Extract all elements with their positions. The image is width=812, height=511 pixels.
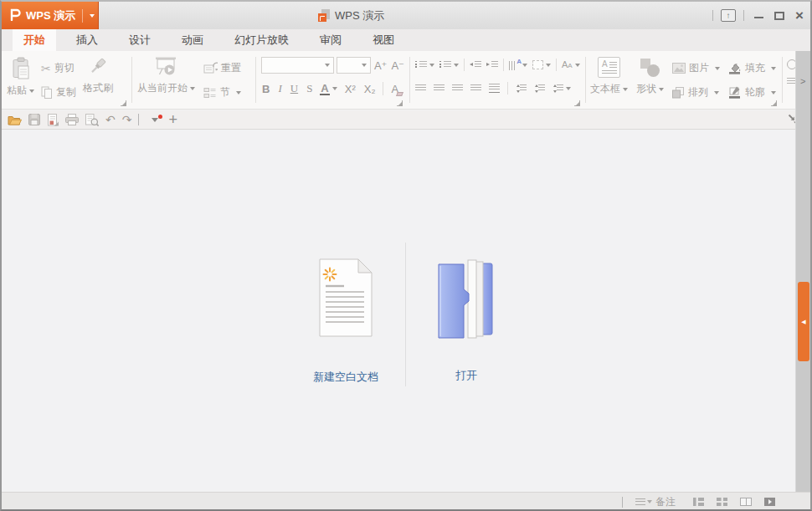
status-bar: 备注 (2, 492, 810, 511)
print-preview-button[interactable] (85, 114, 99, 126)
app-menu-divider (82, 9, 83, 23)
clipboard-dialog-launcher-icon[interactable] (121, 100, 126, 106)
maximize-button[interactable] (773, 9, 786, 22)
placeholder-button[interactable] (532, 60, 551, 69)
slideshow-view-button[interactable] (764, 498, 775, 506)
normal-view-button[interactable] (693, 498, 704, 506)
reading-view-button[interactable] (740, 498, 752, 506)
align-left-icon[interactable] (415, 84, 426, 93)
collapse-left-icon: ◀ (801, 319, 805, 325)
outline-button[interactable]: 轮廓 (728, 81, 776, 104)
wps-logo-icon (8, 8, 21, 24)
distribute-icon[interactable] (489, 84, 500, 93)
text-indent-button[interactable] (552, 84, 571, 93)
copy-button[interactable]: 复制 (41, 81, 76, 104)
justify-icon[interactable] (470, 84, 481, 93)
export-pdf-button[interactable] (47, 114, 59, 126)
align-center-icon[interactable] (434, 84, 445, 93)
task-pane-side-tab[interactable]: ◀ (798, 282, 809, 361)
reset-button[interactable]: 重置 (203, 57, 241, 79)
tab-insert[interactable]: 插入 (65, 29, 109, 51)
subscript-button[interactable]: X₂ (363, 83, 377, 95)
fill-button[interactable]: 填充 (728, 57, 776, 79)
clear-format-button[interactable]: A (390, 81, 399, 96)
font-size-combo[interactable] (337, 57, 371, 74)
statusbar-divider (622, 497, 623, 508)
open-file-button[interactable] (8, 115, 22, 125)
slide-sorter-view-button[interactable] (717, 498, 727, 506)
panel-up-icon: ↑ (727, 11, 731, 20)
decrease-indent-icon[interactable] (470, 61, 481, 69)
tab-animation[interactable]: 动画 (171, 29, 214, 51)
window-title-area: WPS 演示 (318, 2, 384, 29)
open-document-button[interactable]: 打开 (412, 256, 521, 383)
group-divider (255, 57, 256, 103)
char-spacing-dropdown-icon (575, 64, 580, 67)
shapes-dropdown-icon (659, 88, 664, 91)
align-right-icon[interactable] (452, 84, 463, 93)
customize-quickbar-button[interactable] (146, 116, 162, 124)
minimize-button[interactable] (752, 9, 765, 22)
notes-button[interactable]: 备注 (635, 495, 676, 509)
italic-button[interactable]: I (277, 82, 282, 95)
underline-button[interactable]: U (290, 82, 299, 95)
grow-font-button[interactable]: A⁺ (373, 59, 388, 72)
increase-indent-icon[interactable] (486, 61, 498, 69)
bold-button[interactable]: B (261, 83, 270, 95)
paragraph-spacing-icon[interactable] (534, 84, 545, 93)
start-screen: 新建空白文档 打开 (2, 130, 795, 492)
redo-button[interactable]: ↷ (122, 114, 132, 125)
quick-access-toolbar: ↶ ↷ + (2, 110, 810, 130)
new-blank-document-button[interactable]: 新建空白文档 (291, 258, 400, 385)
line-spacing-icon[interactable] (516, 84, 527, 93)
font-name-combo[interactable] (261, 57, 334, 74)
shapes-button[interactable]: 形状 (636, 51, 664, 110)
controls-divider (712, 10, 713, 21)
new-tab-button[interactable]: + (168, 113, 177, 126)
tab-home[interactable]: 开始 (13, 29, 56, 51)
arrange-button[interactable]: 排列 (672, 81, 720, 104)
drawing-dialog-launcher-icon[interactable] (771, 100, 777, 106)
from-current-slide-button[interactable]: 从当前开始 (137, 51, 195, 110)
cut-button[interactable]: ✂ 剪切 (41, 57, 76, 79)
wps-app-menu-button[interactable]: WPS 演示 (2, 2, 99, 29)
ribbon-tab-bar: 开始 插入 设计 动画 幻灯片放映 审阅 视图 (2, 29, 810, 51)
paragraph-dialog-launcher-icon[interactable] (574, 100, 580, 106)
superscript-button[interactable]: X² (344, 83, 357, 95)
app-menu-dropdown-icon (90, 14, 95, 18)
picture-button[interactable]: 图片 (672, 57, 720, 79)
outline-dropdown-icon (771, 91, 776, 95)
presentation-file-icon (318, 9, 330, 22)
save-button[interactable] (28, 114, 40, 125)
char-spacing-icon: AA (562, 60, 573, 70)
font-dialog-launcher-icon[interactable] (397, 100, 403, 106)
textbox-label: 文本框 (590, 83, 620, 95)
fill-label: 填充 (745, 61, 765, 75)
paste-button[interactable]: 粘贴 (7, 51, 34, 110)
export-pdf-icon (47, 114, 59, 126)
paste-dropdown-icon (29, 89, 34, 93)
paragraph-divider (507, 82, 508, 95)
numbering-button[interactable] (439, 61, 459, 69)
format-painter-button[interactable]: 格式刷 (83, 51, 113, 110)
print-button[interactable] (65, 114, 79, 125)
section-label: 节 (220, 85, 230, 100)
char-spacing-button[interactable]: AA (562, 60, 580, 70)
textbox-button[interactable]: A 文本框 (590, 51, 628, 110)
close-button[interactable]: × (794, 9, 805, 22)
text-indent-icon (552, 84, 563, 93)
quickbar-divider (138, 114, 139, 125)
tab-design[interactable]: 设计 (118, 29, 162, 51)
section-button[interactable]: 节 (203, 81, 241, 104)
tab-slideshow[interactable]: 幻灯片放映 (224, 29, 300, 51)
shrink-font-button[interactable]: A⁻ (390, 59, 405, 72)
bullets-button[interactable] (415, 61, 434, 69)
tab-review[interactable]: 审阅 (309, 29, 352, 51)
strikethrough-button[interactable]: S (306, 82, 313, 95)
restore-up-button[interactable]: ↑ (721, 9, 736, 22)
undo-button[interactable]: ↶ (105, 114, 116, 125)
tab-view[interactable]: 视图 (362, 29, 405, 51)
ribbon-expand-button[interactable]: > (800, 76, 805, 86)
text-direction-button[interactable]: A (509, 60, 527, 70)
font-color-button[interactable]: A (320, 83, 337, 95)
